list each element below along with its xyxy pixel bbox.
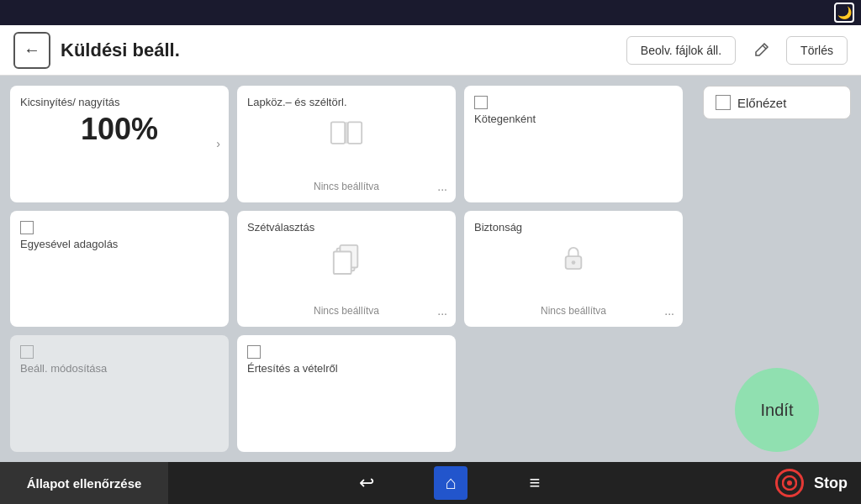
batch-checkbox[interactable] bbox=[474, 96, 488, 109]
svg-point-9 bbox=[787, 480, 792, 486]
stop-button[interactable]: Stop bbox=[814, 475, 848, 492]
top-bar: 🌙 bbox=[0, 0, 861, 25]
nav-menu-icon: ≡ bbox=[530, 472, 541, 494]
right-panel: Előnézet Indít bbox=[693, 76, 861, 462]
zoom-card-title: Kicsinyítés/ nagyítás bbox=[20, 96, 120, 108]
batch-card[interactable]: Kötegenként bbox=[464, 86, 683, 202]
svg-rect-1 bbox=[348, 122, 362, 143]
start-button[interactable]: Indít bbox=[735, 368, 819, 452]
svg-point-7 bbox=[572, 260, 576, 265]
header: ← Küldési beáll. Beolv. fájlok áll. Törl… bbox=[0, 25, 861, 76]
pages-icon bbox=[330, 244, 362, 274]
stop-area: Stop bbox=[733, 462, 861, 504]
status-check-button[interactable]: Állapot ellenőrzése bbox=[0, 462, 168, 504]
margins-card[interactable]: Lapköz.– és széltörl. Nincs beállítva ··… bbox=[237, 86, 456, 202]
page-title: Küldési beáll. bbox=[61, 39, 616, 61]
single-feed-checkbox[interactable] bbox=[20, 221, 34, 234]
nav-back-icon: ↩ bbox=[359, 472, 374, 494]
settings-grid: Kicsinyítés/ nagyítás 100% › Lapköz.– és… bbox=[0, 76, 693, 462]
stop-icon bbox=[775, 469, 804, 497]
separation-card-subtitle: Nincs beállítva bbox=[314, 305, 379, 317]
notification-checkbox[interactable] bbox=[247, 345, 261, 359]
edit-icon bbox=[753, 42, 769, 59]
batch-card-title: Kötegenként bbox=[474, 113, 536, 125]
start-label: Indít bbox=[761, 401, 794, 420]
separation-card[interactable]: Szétválasztás Nincs beállítva ··· bbox=[237, 211, 456, 328]
margins-card-subtitle: Nincs beállítva bbox=[314, 181, 379, 192]
svg-rect-0 bbox=[331, 122, 345, 143]
edit-icon-button[interactable] bbox=[746, 35, 776, 66]
preview-checkbox[interactable] bbox=[716, 95, 731, 110]
status-label: Állapot ellenőrzése bbox=[27, 476, 142, 491]
svg-rect-5 bbox=[334, 251, 351, 274]
security-card-title: Biztonság bbox=[474, 221, 522, 234]
nav-back-button[interactable]: ↩ bbox=[350, 466, 383, 500]
settings-mod-card-title: Beáll. módosítása bbox=[20, 362, 107, 375]
settings-mod-card[interactable]: Beáll. módosítása bbox=[10, 335, 229, 452]
margins-card-title: Lapköz.– és széltörl. bbox=[247, 96, 347, 108]
nav-home-icon: ⌂ bbox=[445, 472, 456, 494]
moon-icon[interactable]: 🌙 bbox=[834, 3, 854, 23]
single-feed-card[interactable]: Egyesével adagolás bbox=[10, 211, 229, 328]
book-icon bbox=[330, 118, 363, 149]
scan-files-button[interactable]: Beolv. fájlok áll. bbox=[626, 36, 736, 65]
security-card[interactable]: Biztonság Nincs beállítva ··· bbox=[464, 211, 683, 328]
nav-menu-button[interactable]: ≡ bbox=[518, 466, 552, 500]
zoom-card[interactable]: Kicsinyítés/ nagyítás 100% › bbox=[10, 86, 229, 202]
preview-button[interactable]: Előnézet bbox=[703, 86, 851, 119]
notification-card-title: Értesítés a vételről bbox=[247, 362, 338, 375]
security-card-subtitle: Nincs beállítva bbox=[541, 305, 606, 317]
nav-home-button[interactable]: ⌂ bbox=[434, 466, 467, 500]
separation-dots: ··· bbox=[437, 307, 447, 320]
delete-button[interactable]: Törlés bbox=[786, 36, 848, 65]
main-area: Kicsinyítés/ nagyítás 100% › Lapköz.– és… bbox=[0, 76, 861, 462]
margins-dots: ··· bbox=[437, 182, 447, 196]
back-button[interactable]: ← bbox=[13, 32, 50, 69]
notification-card[interactable]: Értesítés a vételről bbox=[237, 335, 456, 452]
lock-icon bbox=[562, 244, 585, 272]
separation-card-title: Szétválasztás bbox=[247, 221, 314, 234]
zoom-card-value: 100% bbox=[20, 112, 219, 147]
single-feed-card-title: Egyesével adagolás bbox=[20, 238, 118, 250]
security-dots: ··· bbox=[664, 307, 674, 320]
zoom-chevron-icon: › bbox=[216, 137, 220, 150]
preview-label: Előnézet bbox=[737, 96, 786, 110]
settings-mod-checkbox[interactable] bbox=[20, 345, 34, 359]
bottom-bar: Állapot ellenőrzése ↩ ⌂ ≡ Stop bbox=[0, 462, 861, 504]
bottom-nav: ↩ ⌂ ≡ bbox=[168, 466, 733, 500]
